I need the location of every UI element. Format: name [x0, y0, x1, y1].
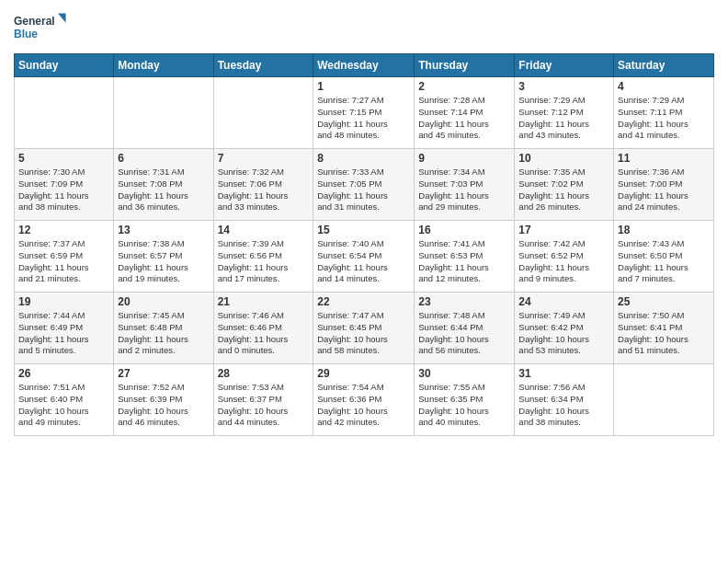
- calendar-cell-w3-d2: 13Sunrise: 7:38 AM Sunset: 6:57 PM Dayli…: [114, 221, 213, 293]
- day-number: 22: [317, 295, 410, 308]
- calendar-cell-w4-d6: 24Sunrise: 7:49 AM Sunset: 6:42 PM Dayli…: [515, 293, 614, 364]
- header-saturday: Saturday: [614, 54, 714, 77]
- day-info: Sunrise: 7:29 AM Sunset: 7:12 PM Dayligh…: [518, 95, 609, 142]
- day-info: Sunrise: 7:52 AM Sunset: 6:39 PM Dayligh…: [118, 382, 209, 429]
- day-info: Sunrise: 7:50 AM Sunset: 6:41 PM Dayligh…: [618, 310, 710, 357]
- calendar-cell-w3-d4: 15Sunrise: 7:40 AM Sunset: 6:54 PM Dayli…: [313, 221, 415, 293]
- day-info: Sunrise: 7:42 AM Sunset: 6:52 PM Dayligh…: [518, 238, 609, 285]
- calendar-cell-w4-d7: 25Sunrise: 7:50 AM Sunset: 6:41 PM Dayli…: [614, 293, 714, 364]
- calendar-cell-w5-d2: 27Sunrise: 7:52 AM Sunset: 6:39 PM Dayli…: [114, 364, 213, 436]
- calendar-cell-w2-d6: 10Sunrise: 7:35 AM Sunset: 7:02 PM Dayli…: [515, 149, 614, 221]
- day-number: 24: [518, 295, 609, 308]
- svg-text:General: General: [14, 15, 55, 28]
- header-tuesday: Tuesday: [213, 54, 313, 77]
- calendar-cell-w1-d2: [114, 77, 213, 149]
- calendar-cell-w5-d7: [614, 364, 714, 436]
- calendar-cell-w5-d3: 28Sunrise: 7:53 AM Sunset: 6:37 PM Dayli…: [213, 364, 313, 436]
- calendar-cell-w4-d3: 21Sunrise: 7:46 AM Sunset: 6:46 PM Dayli…: [213, 293, 313, 364]
- day-number: 9: [418, 152, 510, 165]
- day-number: 30: [418, 367, 510, 380]
- calendar-cell-w1-d4: 1Sunrise: 7:27 AM Sunset: 7:15 PM Daylig…: [313, 77, 415, 149]
- day-number: 31: [518, 367, 609, 380]
- calendar-header-row: SundayMondayTuesdayWednesdayThursdayFrid…: [15, 54, 714, 77]
- day-info: Sunrise: 7:47 AM Sunset: 6:45 PM Dayligh…: [317, 310, 410, 357]
- day-number: 12: [18, 224, 109, 236]
- day-info: Sunrise: 7:46 AM Sunset: 6:46 PM Dayligh…: [218, 310, 310, 357]
- day-number: 2: [418, 80, 510, 93]
- day-number: 11: [618, 152, 710, 165]
- day-info: Sunrise: 7:54 AM Sunset: 6:36 PM Dayligh…: [317, 382, 410, 429]
- day-number: 17: [518, 224, 609, 236]
- day-info: Sunrise: 7:27 AM Sunset: 7:15 PM Dayligh…: [317, 95, 410, 142]
- day-number: 6: [118, 152, 209, 165]
- day-info: Sunrise: 7:37 AM Sunset: 6:59 PM Dayligh…: [18, 238, 109, 285]
- day-info: Sunrise: 7:30 AM Sunset: 7:09 PM Dayligh…: [18, 167, 109, 213]
- header-sunday: Sunday: [15, 54, 114, 77]
- day-info: Sunrise: 7:43 AM Sunset: 6:50 PM Dayligh…: [618, 238, 710, 285]
- calendar-cell-w4-d4: 22Sunrise: 7:47 AM Sunset: 6:45 PM Dayli…: [313, 293, 415, 364]
- calendar-cell-w5-d4: 29Sunrise: 7:54 AM Sunset: 6:36 PM Dayli…: [313, 364, 415, 436]
- calendar-cell-w3-d5: 16Sunrise: 7:41 AM Sunset: 6:53 PM Dayli…: [415, 221, 515, 293]
- day-number: 4: [618, 80, 710, 93]
- day-number: 5: [18, 152, 109, 165]
- day-number: 27: [118, 367, 209, 380]
- day-info: Sunrise: 7:32 AM Sunset: 7:06 PM Dayligh…: [218, 167, 310, 213]
- calendar-cell-w5-d6: 31Sunrise: 7:56 AM Sunset: 6:34 PM Dayli…: [515, 364, 614, 436]
- day-number: 19: [18, 295, 109, 308]
- calendar-cell-w1-d1: [15, 77, 114, 149]
- day-info: Sunrise: 7:51 AM Sunset: 6:40 PM Dayligh…: [18, 382, 109, 429]
- day-info: Sunrise: 7:28 AM Sunset: 7:14 PM Dayligh…: [418, 95, 510, 142]
- day-number: 3: [518, 80, 609, 93]
- day-number: 20: [118, 295, 209, 308]
- page: General Blue SundayMondayTuesdayWednesda…: [0, 0, 728, 563]
- calendar-cell-w3-d3: 14Sunrise: 7:39 AM Sunset: 6:56 PM Dayli…: [213, 221, 313, 293]
- day-number: 29: [317, 367, 410, 380]
- day-number: 26: [18, 367, 109, 380]
- day-number: 1: [317, 80, 410, 93]
- day-info: Sunrise: 7:45 AM Sunset: 6:48 PM Dayligh…: [118, 310, 209, 357]
- calendar-cell-w5-d1: 26Sunrise: 7:51 AM Sunset: 6:40 PM Dayli…: [15, 364, 114, 436]
- calendar-cell-w2-d5: 9Sunrise: 7:34 AM Sunset: 7:03 PM Daylig…: [415, 149, 515, 221]
- calendar-cell-w1-d3: [213, 77, 313, 149]
- day-info: Sunrise: 7:38 AM Sunset: 6:57 PM Dayligh…: [118, 238, 209, 285]
- day-info: Sunrise: 7:40 AM Sunset: 6:54 PM Dayligh…: [317, 238, 410, 285]
- logo-svg: General Blue: [14, 9, 69, 46]
- day-info: Sunrise: 7:35 AM Sunset: 7:02 PM Dayligh…: [518, 167, 609, 213]
- day-info: Sunrise: 7:29 AM Sunset: 7:11 PM Dayligh…: [618, 95, 710, 142]
- day-number: 8: [317, 152, 410, 165]
- day-info: Sunrise: 7:53 AM Sunset: 6:37 PM Dayligh…: [218, 382, 310, 429]
- day-number: 7: [218, 152, 310, 165]
- day-number: 15: [317, 224, 410, 236]
- week-row-2: 5Sunrise: 7:30 AM Sunset: 7:09 PM Daylig…: [15, 149, 714, 221]
- day-info: Sunrise: 7:41 AM Sunset: 6:53 PM Dayligh…: [418, 238, 510, 285]
- day-number: 21: [218, 295, 310, 308]
- svg-text:Blue: Blue: [14, 28, 38, 40]
- calendar-cell-w3-d1: 12Sunrise: 7:37 AM Sunset: 6:59 PM Dayli…: [15, 221, 114, 293]
- day-info: Sunrise: 7:44 AM Sunset: 6:49 PM Dayligh…: [18, 310, 109, 357]
- day-info: Sunrise: 7:56 AM Sunset: 6:34 PM Dayligh…: [518, 382, 609, 429]
- day-info: Sunrise: 7:36 AM Sunset: 7:00 PM Dayligh…: [618, 167, 710, 213]
- header-thursday: Thursday: [415, 54, 515, 77]
- week-row-3: 12Sunrise: 7:37 AM Sunset: 6:59 PM Dayli…: [15, 221, 714, 293]
- calendar-cell-w4-d2: 20Sunrise: 7:45 AM Sunset: 6:48 PM Dayli…: [114, 293, 213, 364]
- calendar-cell-w4-d5: 23Sunrise: 7:48 AM Sunset: 6:44 PM Dayli…: [415, 293, 515, 364]
- calendar-cell-w1-d7: 4Sunrise: 7:29 AM Sunset: 7:11 PM Daylig…: [614, 77, 714, 149]
- day-number: 28: [218, 367, 310, 380]
- week-row-1: 1Sunrise: 7:27 AM Sunset: 7:15 PM Daylig…: [15, 77, 714, 149]
- calendar-cell-w1-d5: 2Sunrise: 7:28 AM Sunset: 7:14 PM Daylig…: [415, 77, 515, 149]
- logo: General Blue: [14, 9, 69, 46]
- day-info: Sunrise: 7:49 AM Sunset: 6:42 PM Dayligh…: [518, 310, 609, 357]
- week-row-4: 19Sunrise: 7:44 AM Sunset: 6:49 PM Dayli…: [15, 293, 714, 364]
- calendar-cell-w3-d6: 17Sunrise: 7:42 AM Sunset: 6:52 PM Dayli…: [515, 221, 614, 293]
- day-number: 18: [618, 224, 710, 236]
- day-number: 10: [518, 152, 609, 165]
- day-info: Sunrise: 7:31 AM Sunset: 7:08 PM Dayligh…: [118, 167, 209, 213]
- header-friday: Friday: [515, 54, 614, 77]
- day-number: 14: [218, 224, 310, 236]
- day-info: Sunrise: 7:39 AM Sunset: 6:56 PM Dayligh…: [218, 238, 310, 285]
- day-number: 13: [118, 224, 209, 236]
- calendar-cell-w3-d7: 18Sunrise: 7:43 AM Sunset: 6:50 PM Dayli…: [614, 221, 714, 293]
- day-number: 16: [418, 224, 510, 236]
- day-info: Sunrise: 7:33 AM Sunset: 7:05 PM Dayligh…: [317, 167, 410, 213]
- calendar-cell-w5-d5: 30Sunrise: 7:55 AM Sunset: 6:35 PM Dayli…: [415, 364, 515, 436]
